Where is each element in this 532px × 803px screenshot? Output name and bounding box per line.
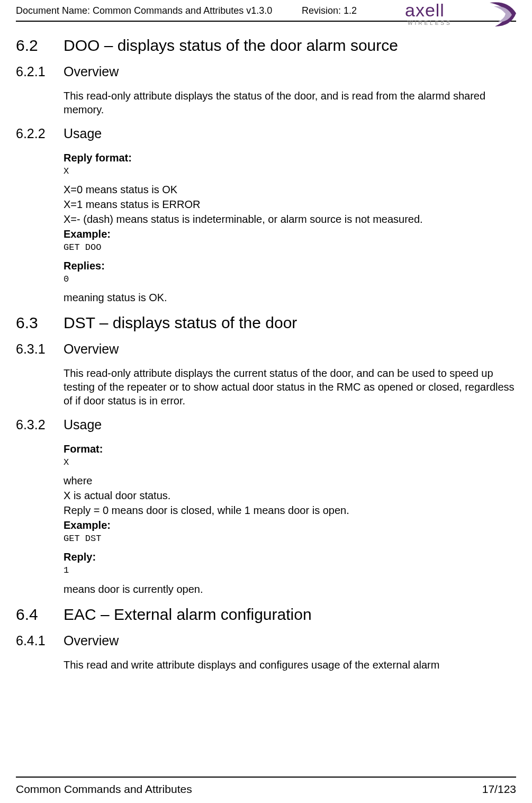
label-example: Example: (64, 227, 516, 241)
heading-title: DST – displays status of the door (64, 314, 297, 332)
code-block: X (64, 166, 516, 177)
code-block: GET DST (64, 533, 516, 545)
heading-title: Overview (64, 341, 119, 357)
heading-number: 6.3.2 (16, 417, 64, 432)
heading-6-3: 6.3 DST – displays status of the door (16, 314, 516, 332)
heading-6-2-2: 6.2.2 Usage (16, 126, 516, 141)
text-line: X=- (dash) means status is indeterminabl… (64, 212, 516, 226)
heading-6-3-2: 6.3.2 Usage (16, 417, 516, 432)
paragraph: means door is currently open. (64, 582, 516, 596)
heading-number: 6.2 (16, 37, 64, 55)
revision-label: Revision: 1.2 (302, 5, 357, 16)
heading-number: 6.3 (16, 314, 64, 332)
heading-number: 6.4.1 (16, 633, 64, 648)
page-content: 6.2 DOO – displays status of the door al… (0, 22, 532, 672)
heading-title: Usage (64, 417, 102, 432)
paragraph: This read-only attribute displays the st… (64, 89, 516, 116)
heading-title: Overview (64, 64, 119, 79)
heading-number: 6.4 (16, 606, 64, 624)
logo-swirl-icon (484, 0, 521, 32)
page-number: 17/123 (482, 783, 516, 796)
page-footer: Common Commands and Attributes 17/123 (16, 783, 516, 796)
document-name: Document Name: Common Commands and Attri… (16, 5, 302, 16)
heading-6-3-1: 6.3.1 Overview (16, 341, 516, 357)
paragraph: This read and write attribute displays a… (64, 658, 516, 672)
label-reply: Reply: (64, 550, 516, 564)
heading-title: Overview (64, 633, 119, 648)
heading-number: 6.3.1 (16, 341, 64, 357)
code-block: X (64, 457, 516, 468)
logo-text: axell (405, 0, 445, 21)
text-line: where (64, 474, 516, 488)
code-block: 1 (64, 565, 516, 576)
label-reply-format: Reply format: (64, 151, 516, 165)
label-format: Format: (64, 442, 516, 456)
logo-subtext: WIRELESS (408, 20, 452, 26)
heading-6-2: 6.2 DOO – displays status of the door al… (16, 37, 516, 55)
page-header: Document Name: Common Commands and Attri… (0, 0, 532, 16)
paragraph: meaning status is OK. (64, 291, 516, 304)
heading-6-2-1: 6.2.1 Overview (16, 64, 516, 79)
footer-rule (16, 777, 516, 778)
heading-title: Usage (64, 126, 102, 141)
section-body: This read-only attribute displays the st… (64, 89, 516, 116)
section-body: This read and write attribute displays a… (64, 658, 516, 672)
code-block: 0 (64, 274, 516, 285)
axell-logo: axell WIRELESS (405, 0, 521, 32)
text-line: X is actual door status. (64, 489, 516, 502)
text-line: X=1 means status is ERROR (64, 197, 516, 211)
heading-number: 6.2.2 (16, 126, 64, 141)
code-block: GET DOO (64, 242, 516, 254)
section-body: This read-only attribute displays the cu… (64, 366, 516, 408)
section-body: Reply format: X X=0 means status is OK X… (64, 151, 516, 304)
footer-title: Common Commands and Attributes (16, 783, 192, 796)
section-body: Format: X where X is actual door status.… (64, 442, 516, 596)
heading-title: EAC – External alarm configuration (64, 606, 312, 624)
document-page: Document Name: Common Commands and Attri… (0, 0, 532, 803)
label-example: Example: (64, 518, 516, 532)
heading-number: 6.2.1 (16, 64, 64, 79)
label-replies: Replies: (64, 259, 516, 273)
text-line: Reply = 0 means door is closed, while 1 … (64, 503, 516, 517)
paragraph: This read-only attribute displays the cu… (64, 366, 516, 408)
heading-6-4: 6.4 EAC – External alarm configuration (16, 606, 516, 624)
text-line: X=0 means status is OK (64, 183, 516, 196)
heading-title: DOO – displays status of the door alarm … (64, 37, 398, 55)
heading-6-4-1: 6.4.1 Overview (16, 633, 516, 648)
